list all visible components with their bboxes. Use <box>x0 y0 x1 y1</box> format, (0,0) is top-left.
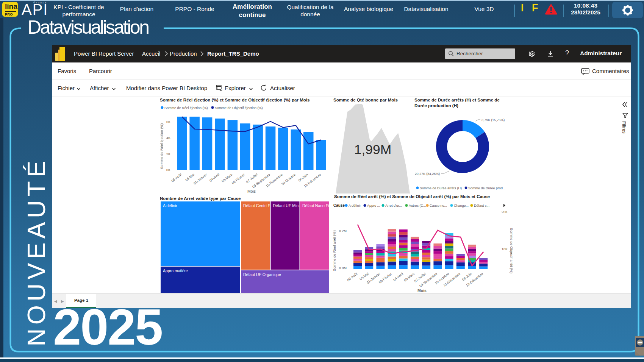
svg-text:Somme de Objectif arrêt (%): Somme de Objectif arrêt (%) <box>510 228 513 273</box>
svg-text:10-Octobre: 10-Octobre <box>281 173 297 186</box>
svg-text:Somme de Réel éjection (%): Somme de Réel éjection (%) <box>164 106 208 110</box>
svg-text:A définir: A définir <box>349 204 361 208</box>
svg-text:Somme de Réel arrêt (%): Somme de Réel arrêt (%) <box>332 230 336 271</box>
svg-text:Nombre de Arret valide type pa: Nombre de Arret valide type par Cause <box>160 196 241 201</box>
svg-text:2K: 2K <box>166 152 170 156</box>
svg-text:Somme de Réel éjection (%) et: Somme de Réel éjection (%) et Somme de O… <box>160 97 310 102</box>
svg-text:Durée production (H): Durée production (H) <box>414 103 458 108</box>
svg-text:0.0M: 0.0M <box>339 266 347 270</box>
svg-text:3,79K (15,75%): 3,79K (15,75%) <box>481 118 505 122</box>
svg-text:Somme de Durée prod...: Somme de Durée prod... <box>468 186 506 190</box>
svg-text:Appro matière: Appro matière <box>163 268 188 273</box>
svg-text:1,99M: 1,99M <box>354 142 392 157</box>
svg-text:Change...: Change... <box>454 204 469 208</box>
svg-text:6K: 6K <box>166 120 170 124</box>
svg-text:Somme de Durée arrêts (H) et S: Somme de Durée arrêts (H) et Somme de <box>414 97 500 102</box>
svg-text:08-Août: 08-Août <box>346 272 358 282</box>
svg-text:20K: 20K <box>502 210 508 214</box>
svg-text:4K: 4K <box>166 136 170 140</box>
svg-text:Défaut Nano Fi...: Défaut Nano Fi... <box>302 203 330 208</box>
svg-text:10K: 10K <box>502 247 508 251</box>
svg-text:02-Février: 02-Février <box>231 173 245 185</box>
svg-text:20,27K (84,25%): 20,27K (84,25%) <box>415 172 440 176</box>
svg-text:Défaut UF Min...: Défaut UF Min... <box>273 203 302 208</box>
svg-text:Autres (C...: Autres (C... <box>409 204 426 208</box>
svg-text:Somme de Qté bonne par Mois: Somme de Qté bonne par Mois <box>333 97 398 102</box>
svg-text:Somme de Objectif éjection (%): Somme de Objectif éjection (%) <box>215 106 263 110</box>
svg-text:Mois: Mois <box>247 189 256 193</box>
svg-text:03-Mars: 03-Mars <box>403 272 416 282</box>
svg-text:Défaut UF Organique: Défaut UF Organique <box>243 272 281 277</box>
svg-text:Défaut c...: Défaut c... <box>474 204 489 208</box>
svg-text:Somme de Réel arrêt (%) et Som: Somme de Réel arrêt (%) et Somme de Obje… <box>334 194 490 199</box>
svg-text:06-Juin: 06-Juin <box>298 173 309 183</box>
svg-text:04-Avril: 04-Avril <box>209 173 220 183</box>
svg-text:05-Mai: 05-Mai <box>184 173 195 182</box>
svg-text:0.2M: 0.2M <box>339 229 347 233</box>
svg-text:0K: 0K <box>166 168 170 172</box>
svg-text:01-Janvier: 01-Janvier <box>193 173 208 186</box>
svg-text:Somme de Durée arrêts (H): Somme de Durée arrêts (H) <box>420 186 462 190</box>
svg-text:08-Août: 08-Août <box>170 172 182 183</box>
svg-text:Cause: Cause <box>333 203 345 208</box>
svg-text:02-Février: 02-Février <box>378 272 392 284</box>
svg-text:04-Avril: 04-Avril <box>392 272 404 282</box>
svg-text:A définir: A définir <box>163 203 177 208</box>
svg-text:Défaut Centri F...: Défaut Centri F... <box>243 203 273 208</box>
svg-text:Appro ...: Appro ... <box>367 204 380 208</box>
svg-text:Mois: Mois <box>417 288 427 293</box>
svg-text:Arret d'ur...: Arret d'ur... <box>385 204 402 208</box>
svg-text:Somme de Réel éjection (%): Somme de Réel éjection (%) <box>159 123 164 169</box>
svg-text:Cause no...: Cause no... <box>430 204 447 208</box>
